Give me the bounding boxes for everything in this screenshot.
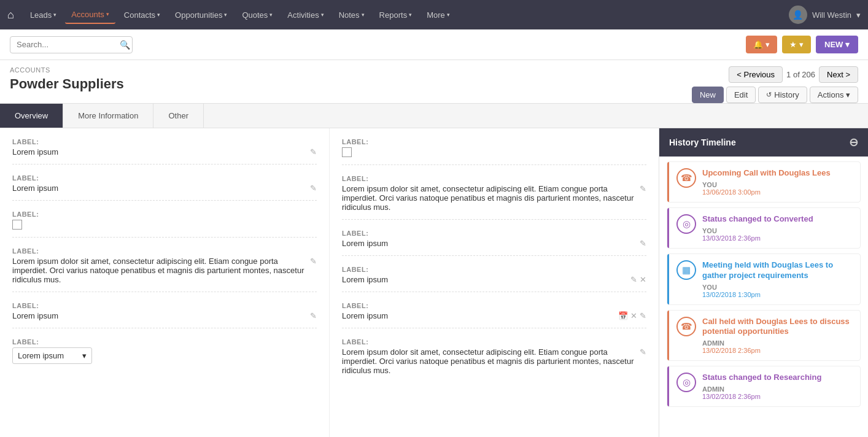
star-button[interactable]: ★ ▾ (782, 36, 811, 53)
search-input[interactable] (17, 40, 120, 49)
history-date: 13/03/2018 2:36pm (702, 234, 853, 242)
top-nav: ⌂ Leads ▾ Accounts ▾ Contacts ▾ Opportun… (0, 0, 868, 29)
field-text: Lorem ipsum dolor sit amet, consectetur … (342, 184, 636, 212)
history-title: Status changed to Researching (702, 373, 853, 383)
tab-more-information[interactable]: More Information (63, 104, 153, 128)
history-item-inner: ▦ Meeting held with Douglas Lees to gath… (667, 254, 860, 304)
field-label: LABEL: (12, 302, 317, 309)
new-button[interactable]: NEW ▾ (816, 36, 858, 53)
user-caret-icon: ▾ (856, 10, 861, 20)
history-who: YOU (702, 181, 853, 188)
form-right-col: LABEL: LABEL: Lorem ipsum dolor sit amet… (330, 128, 659, 437)
calendar-icon[interactable]: 📅 (618, 311, 628, 320)
new-action-button[interactable]: New (692, 87, 724, 103)
call-icon: ☎ (676, 168, 696, 188)
dropdown-caret-icon: ▾ (82, 351, 87, 360)
nav-item-leads[interactable]: Leads ▾ (24, 6, 63, 24)
field-label: LABEL: (12, 174, 317, 182)
edit-icon[interactable]: ✎ (310, 147, 317, 157)
history-title: Status changed to Converted (702, 214, 853, 225)
edit-icon[interactable]: ✎ (310, 257, 317, 266)
history-who: ADMIN (702, 385, 853, 393)
history-header: History Timeline ⊖ (659, 128, 868, 157)
previous-button[interactable]: < Previous (729, 66, 783, 83)
field-text: Lorem ipsum (12, 311, 306, 320)
field-group: LABEL: Lorem ipsum ✎ (12, 174, 317, 201)
search-input-wrap[interactable]: 🔍 (10, 36, 133, 53)
tabs-row: Overview More Information Other (0, 104, 868, 128)
nav-item-more[interactable]: More ▾ (420, 6, 456, 24)
history-item: ◎ Status changed to Researching ADMIN 13… (667, 366, 861, 407)
edit-icon[interactable]: ✎ (640, 347, 646, 357)
checkbox-field[interactable] (12, 220, 22, 230)
field-value: Lorem ipsum dolor sit amet, consectetur … (342, 347, 646, 375)
nav-item-quotes[interactable]: Quotes ▾ (236, 6, 279, 24)
edit-icon[interactable]: ✎ (310, 311, 317, 320)
field-group: LABEL: Lorem ipsum ▾ (12, 338, 317, 371)
field-text: Lorem ipsum dolor sit amet, consectetur … (342, 347, 636, 375)
nav-item-notes[interactable]: Notes ▾ (333, 6, 371, 24)
caret-icon: ▾ (157, 12, 160, 18)
history-item-inner: ◎ Status changed to Researching ADMIN 13… (667, 366, 860, 406)
caret-icon: ▾ (362, 12, 365, 18)
nav-item-activities[interactable]: Activities ▾ (281, 6, 330, 24)
avatar: 👤 (789, 6, 807, 24)
form-left-col: LABEL: Lorem ipsum ✎ LABEL: Lorem ipsum … (0, 128, 330, 437)
history-button[interactable]: ↺ History (758, 87, 807, 103)
history-content: Meeting held with Douglas Lees to gather… (702, 260, 853, 298)
field-value (12, 220, 317, 230)
history-who: YOU (702, 227, 853, 234)
edit-icon[interactable]: ✎ (630, 275, 637, 284)
field-group: LABEL: Lorem ipsum ✎ (12, 302, 317, 328)
nav-user[interactable]: 👤 Will Westin ▾ (789, 6, 861, 24)
field-group: LABEL: Lorem ipsum dolor sit amet, conse… (12, 247, 317, 292)
field-group: LABEL: Lorem ipsum 📅 ✕ ✎ (342, 302, 646, 328)
field-label: LABEL: (342, 338, 646, 346)
history-content: Upcoming Call with Douglas Lees YOU 13/0… (702, 168, 853, 196)
nav-item-opportunities[interactable]: Opportunities ▾ (169, 6, 233, 24)
edit-icon[interactable]: ✎ (640, 239, 646, 248)
edit-icon[interactable]: ✎ (640, 311, 646, 320)
field-edit-icons: ✎ ✕ (630, 275, 646, 284)
history-item-inner: ☎ Call held with Douglas Lees to discuss… (667, 311, 860, 361)
history-content: Call held with Douglas Lees to discuss p… (702, 317, 853, 355)
delete-icon[interactable]: ✕ (640, 275, 646, 284)
caret-icon: ▾ (53, 12, 56, 18)
tab-other[interactable]: Other (153, 104, 204, 128)
caret-icon: ▾ (224, 12, 227, 18)
nav-item-reports[interactable]: Reports ▾ (373, 6, 419, 24)
history-who: ADMIN (702, 339, 853, 347)
home-icon[interactable]: ⌂ (7, 9, 14, 21)
tab-overview[interactable]: Overview (0, 104, 63, 128)
edit-button[interactable]: Edit (726, 87, 756, 103)
edit-icon[interactable]: ✎ (310, 184, 317, 193)
field-text: Lorem ipsum (342, 239, 636, 248)
history-date: 13/06/2018 3:00pm (702, 188, 853, 196)
history-item: ☎ Upcoming Call with Douglas Lees YOU 13… (667, 161, 861, 203)
field-text: Lorem ipsum dolor sit amet, consectetur … (12, 257, 306, 284)
delete-icon[interactable]: ✕ (630, 311, 637, 320)
nav-item-accounts[interactable]: Accounts ▾ (65, 6, 115, 24)
next-button[interactable]: Next > (819, 66, 858, 83)
nav-item-contacts[interactable]: Contacts ▾ (118, 6, 166, 24)
field-label: LABEL: (342, 230, 646, 237)
field-group: LABEL: Lorem ipsum ✎ ✕ (342, 266, 646, 292)
edit-icon[interactable]: ✎ (640, 184, 646, 193)
history-title: Call held with Douglas Lees to discuss p… (702, 317, 853, 338)
field-label: LABEL: (342, 138, 646, 145)
history-item-inner: ◎ Status changed to Converted YOU 13/03/… (667, 208, 860, 248)
field-label: LABEL: (12, 338, 317, 346)
field-value: Lorem ipsum ✎ (12, 184, 317, 193)
collapse-history-button[interactable]: ⊖ (849, 136, 858, 149)
title-section: ACCOUNTS Powder Suppliers (10, 66, 124, 97)
checkbox-field[interactable] (342, 147, 352, 157)
dropdown-field[interactable]: Lorem ipsum ▾ (12, 347, 92, 364)
bell-button[interactable]: 🔔 ▾ (746, 36, 777, 53)
field-value: Lorem ipsum ✎ (12, 147, 317, 157)
form-area: LABEL: Lorem ipsum ✎ LABEL: Lorem ipsum … (0, 128, 659, 437)
history-panel: History Timeline ⊖ ☎ Upcoming Call with … (659, 128, 868, 437)
actions-button[interactable]: Actions ▾ (810, 87, 858, 103)
nav-items: Leads ▾ Accounts ▾ Contacts ▾ Opportunit… (24, 6, 789, 24)
history-item: ▦ Meeting held with Douglas Lees to gath… (667, 253, 861, 305)
pagination-row: < Previous 1 of 206 Next > (729, 66, 858, 83)
